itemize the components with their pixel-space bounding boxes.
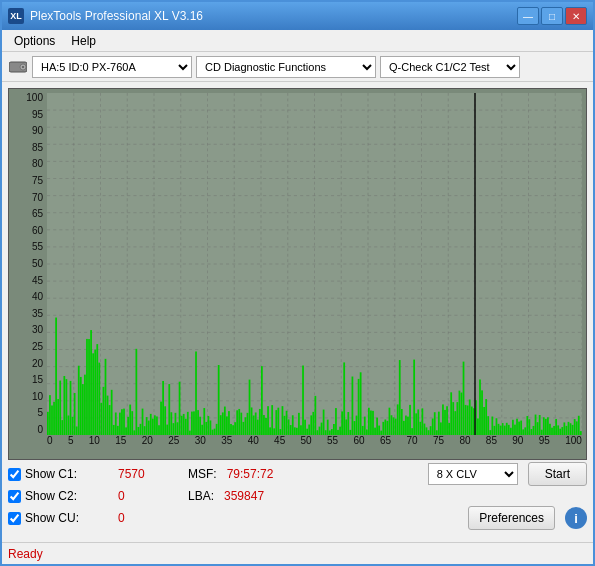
svg-rect-166: [300, 425, 302, 435]
svg-rect-79: [121, 409, 123, 435]
show-cu-checkbox-label[interactable]: Show CU:: [8, 511, 108, 525]
svg-rect-208: [387, 421, 389, 435]
svg-rect-230: [432, 419, 434, 435]
menu-help[interactable]: Help: [63, 32, 104, 50]
preferences-button[interactable]: Preferences: [468, 506, 555, 530]
y-label-5: 5: [37, 408, 43, 418]
svg-rect-59: [80, 377, 82, 435]
svg-rect-107: [179, 382, 181, 435]
y-label-80: 80: [32, 159, 43, 169]
svg-rect-61: [84, 375, 86, 435]
svg-rect-160: [288, 419, 290, 435]
svg-rect-295: [566, 426, 568, 435]
svg-rect-51: [63, 376, 65, 435]
test-selector[interactable]: Q-Check C1/C2 Test: [380, 56, 520, 78]
svg-rect-121: [208, 416, 210, 435]
svg-rect-159: [286, 411, 288, 435]
svg-rect-219: [409, 405, 411, 435]
svg-rect-206: [382, 422, 384, 435]
svg-rect-260: [494, 426, 496, 435]
y-label-60: 60: [32, 226, 43, 236]
svg-rect-298: [572, 425, 574, 435]
svg-rect-255: [483, 407, 485, 435]
svg-rect-182: [333, 424, 335, 435]
x-label-55: 55: [327, 435, 338, 446]
svg-rect-63: [88, 339, 90, 435]
svg-rect-296: [568, 422, 570, 435]
svg-rect-105: [175, 413, 177, 435]
svg-rect-139: [245, 417, 247, 435]
y-label-100: 100: [26, 93, 43, 103]
svg-rect-271: [516, 419, 518, 435]
svg-rect-81: [125, 427, 127, 435]
svg-rect-211: [393, 417, 395, 435]
svg-rect-176: [321, 423, 323, 435]
y-label-55: 55: [32, 242, 43, 252]
minimize-button[interactable]: —: [517, 7, 539, 25]
svg-rect-134: [234, 422, 236, 435]
svg-rect-84: [131, 411, 133, 435]
svg-rect-261: [496, 418, 498, 435]
info-button[interactable]: i: [565, 507, 587, 529]
show-c2-checkbox[interactable]: [8, 490, 21, 503]
svg-rect-301: [578, 416, 580, 435]
function-selector[interactable]: CD Diagnostic Functions: [196, 56, 376, 78]
svg-rect-215: [401, 409, 403, 435]
svg-rect-212: [395, 419, 397, 435]
svg-rect-73: [109, 405, 111, 435]
svg-rect-164: [296, 428, 298, 435]
svg-rect-244: [461, 393, 463, 435]
svg-rect-192: [354, 421, 356, 435]
y-label-25: 25: [32, 342, 43, 352]
svg-rect-99: [162, 381, 164, 435]
start-button[interactable]: Start: [528, 462, 587, 486]
svg-rect-246: [465, 405, 467, 435]
svg-rect-275: [524, 427, 526, 435]
y-label-90: 90: [32, 126, 43, 136]
y-label-20: 20: [32, 359, 43, 369]
svg-rect-165: [298, 413, 300, 435]
svg-rect-209: [389, 408, 391, 435]
svg-rect-161: [290, 425, 292, 435]
drive-icon: [8, 57, 28, 77]
svg-rect-111: [187, 412, 189, 435]
svg-rect-183: [335, 408, 337, 435]
svg-rect-148: [263, 415, 265, 435]
svg-rect-240: [452, 402, 454, 435]
menu-options[interactable]: Options: [6, 32, 63, 50]
show-cu-checkbox[interactable]: [8, 512, 21, 525]
svg-rect-137: [240, 413, 242, 435]
y-label-30: 30: [32, 325, 43, 335]
svg-rect-82: [127, 417, 129, 435]
main-window: XL PlexTools Professional XL V3.16 — □ ✕…: [0, 0, 595, 566]
drive-selector[interactable]: HA:5 ID:0 PX-760A: [32, 56, 192, 78]
svg-rect-168: [304, 420, 306, 435]
close-button[interactable]: ✕: [565, 7, 587, 25]
maximize-button[interactable]: □: [541, 7, 563, 25]
svg-rect-62: [86, 339, 88, 435]
window-title: PlexTools Professional XL V3.16: [30, 9, 203, 23]
x-label-95: 95: [539, 435, 550, 446]
show-c1-checkbox-label[interactable]: Show C1:: [8, 467, 108, 481]
svg-rect-282: [539, 415, 541, 435]
speed-selector[interactable]: 8 X CLV 1 X CLV 2 X CLV 4 X CLV 16 X CLV…: [428, 463, 518, 485]
chart-y-axis: 100 95 90 85 80 75 70 65 60 55 50 45 40 …: [9, 93, 47, 435]
show-c2-checkbox-label[interactable]: Show C2:: [8, 489, 108, 503]
show-c1-checkbox[interactable]: [8, 468, 21, 481]
toolbar: HA:5 ID:0 PX-760A CD Diagnostic Function…: [2, 52, 593, 82]
y-label-35: 35: [32, 309, 43, 319]
svg-rect-87: [138, 427, 140, 435]
svg-rect-227: [426, 427, 428, 435]
chart-svg: [47, 93, 582, 435]
svg-rect-252: [477, 418, 479, 435]
x-label-10: 10: [89, 435, 100, 446]
svg-rect-221: [413, 360, 415, 435]
svg-rect-185: [339, 427, 341, 435]
svg-rect-133: [232, 425, 234, 435]
x-label-15: 15: [115, 435, 126, 446]
svg-rect-299: [574, 419, 576, 435]
svg-rect-57: [76, 426, 78, 435]
x-label-60: 60: [354, 435, 365, 446]
svg-rect-266: [506, 423, 508, 435]
x-label-85: 85: [486, 435, 497, 446]
